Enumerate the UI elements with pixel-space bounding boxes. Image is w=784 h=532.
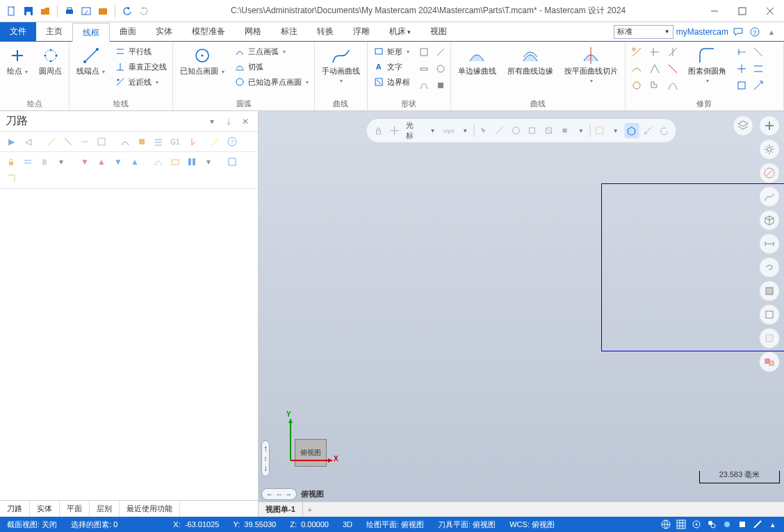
panel-tab-levels[interactable]: 层别 [90, 501, 120, 517]
select-icon[interactable]: ▶ [4, 135, 18, 149]
tp-icon[interactable] [44, 135, 58, 149]
sel-tool-icon[interactable] [557, 123, 572, 138]
viewport[interactable]: 光标 ▼ x/y/z ▼ ▼ ▼ [259, 111, 784, 501]
sel-window-icon[interactable] [592, 123, 607, 138]
panel-tab-recent[interactable]: 最近使用功能 [120, 501, 180, 517]
lock-icon[interactable] [4, 155, 18, 169]
trim-tool-icon[interactable] [628, 78, 645, 93]
shape-tool-icon[interactable] [416, 44, 432, 60]
dd-icon[interactable]: ▼ [457, 123, 472, 138]
arrow-left-icon[interactable]: ← [266, 490, 273, 498]
tp-icon[interactable] [78, 135, 92, 149]
view-nav-vertical[interactable]: ↑ ↕ ↓ [261, 440, 270, 476]
tp-icon[interactable] [4, 172, 18, 185]
tab-mesh[interactable]: 网格 [235, 22, 271, 41]
shape-tool-icon[interactable] [416, 78, 432, 93]
panel-menu-icon[interactable]: ▾ [205, 115, 219, 128]
tab-model-prep[interactable]: 模型准备 [182, 22, 235, 41]
text-button[interactable]: A文字 [370, 60, 413, 74]
circle-point-button[interactable]: 圆周点 [35, 43, 66, 78]
trim-tool-icon[interactable] [664, 44, 681, 60]
grid-icon[interactable] [676, 519, 687, 530]
add-viewport-tab[interactable]: + [303, 502, 317, 517]
save-icon[interactable] [22, 5, 35, 17]
tab-solid[interactable]: 实体 [146, 22, 182, 41]
chevron-up-icon[interactable]: ▴ [767, 519, 778, 530]
tp-icon[interactable] [209, 135, 222, 149]
tab-view[interactable]: 视图 [420, 22, 457, 41]
all-edges-curve-button[interactable]: 所有曲线边缘 [503, 43, 557, 78]
trim-tool-icon[interactable] [733, 61, 750, 76]
sel-tool-icon[interactable] [525, 123, 539, 138]
tp-icon[interactable] [185, 155, 199, 169]
line-endpoint-button[interactable]: 线端点 ▾ [72, 43, 109, 79]
trim-tool-icon[interactable] [646, 44, 663, 60]
target-icon[interactable] [691, 519, 702, 530]
tp-icon[interactable] [21, 155, 35, 169]
arrow-down-icon[interactable]: ↓ [263, 463, 268, 473]
tp-icon[interactable]: ▾ [54, 155, 68, 169]
trim-tool-icon[interactable] [733, 44, 750, 60]
tab-surface[interactable]: 曲面 [110, 22, 146, 41]
sel-undo-icon[interactable] [657, 123, 671, 138]
pin-icon[interactable] [222, 115, 236, 128]
material-icon[interactable] [759, 351, 780, 372]
no-entry-icon[interactable] [759, 163, 780, 183]
arrow-leftright-icon[interactable]: ↔ [276, 491, 282, 498]
browse-icon[interactable] [97, 5, 109, 17]
shape-tool-icon[interactable] [416, 61, 432, 76]
arrow-updown-icon[interactable]: ↕ [264, 455, 268, 462]
tp-icon[interactable]: ▾ [202, 155, 215, 169]
help-icon[interactable]: ? [225, 135, 239, 149]
screenshot-icon[interactable] [80, 5, 92, 17]
sel-solid-icon[interactable] [624, 123, 639, 138]
trim-tool-icon[interactable] [628, 61, 645, 76]
close-button[interactable] [756, 0, 784, 22]
square-icon[interactable] [737, 519, 748, 530]
closest-line-button[interactable]: 近距线▾ [112, 75, 170, 89]
tab-relief[interactable]: 浮雕 [343, 22, 379, 41]
panel-tab-solids[interactable]: 实体 [30, 501, 60, 517]
tab-machine[interactable]: 机床▾ [379, 22, 420, 41]
trim-tool-icon[interactable] [733, 78, 750, 93]
config-combo[interactable]: 标准▼ [614, 25, 673, 39]
trim-tool-icon[interactable] [646, 78, 663, 93]
ghost-icon[interactable] [38, 155, 51, 169]
tab-file[interactable]: 文件 [0, 22, 36, 41]
shape-tool-icon[interactable] [432, 78, 449, 93]
line-icon[interactable] [752, 519, 763, 530]
sel-tool-icon[interactable] [541, 123, 555, 138]
tp-icon[interactable] [225, 155, 239, 169]
trim-tool-icon[interactable] [750, 78, 767, 93]
manual-spline-button[interactable]: 手动画曲线▾ [318, 43, 364, 88]
circle-by-point-button[interactable]: 已知点画圆 ▾ [176, 43, 228, 79]
redo-icon[interactable] [138, 5, 150, 17]
xyz-icon[interactable]: x/y/z [441, 123, 456, 138]
sel-back-icon[interactable] [641, 123, 655, 138]
view-nav-horizontal[interactable]: ← ↔ → [261, 488, 297, 500]
globe-icon[interactable] [660, 519, 671, 530]
tp-text-icon[interactable]: G1 [168, 135, 182, 149]
trim-tool-icon[interactable] [628, 44, 645, 60]
tangent-arc-button[interactable]: 切弧 [231, 60, 311, 74]
dd-icon[interactable]: ▼ [608, 123, 623, 138]
single-edge-curve-button[interactable]: 单边缘曲线 [454, 43, 500, 78]
slice-by-plane-button[interactable]: 按平面曲线切片▾ [560, 43, 622, 88]
sel-cursor-icon[interactable] [476, 123, 491, 138]
dd-icon[interactable]: ▼ [425, 123, 440, 138]
tp-icon[interactable] [118, 135, 132, 149]
tab-home[interactable]: 主页 [36, 22, 72, 41]
mode-3d[interactable]: 3D [336, 520, 359, 529]
open-icon[interactable] [39, 5, 51, 17]
panel-close-icon[interactable]: ✕ [238, 115, 252, 128]
layers-icon[interactable] [733, 115, 753, 136]
tp-icon[interactable] [135, 135, 149, 149]
trim-tool-icon[interactable] [750, 61, 767, 76]
trim-tool-icon[interactable] [750, 44, 767, 60]
tplane-status[interactable]: 刀具平面: 俯视图 [431, 519, 503, 530]
draw-point-button[interactable]: 绘点 ▾ [3, 43, 32, 79]
wcs-status[interactable]: WCS: 俯视图 [503, 519, 562, 530]
deselect-icon[interactable]: ◁ [21, 135, 35, 149]
minimize-button[interactable] [701, 0, 728, 22]
tp-icon[interactable] [152, 155, 165, 169]
